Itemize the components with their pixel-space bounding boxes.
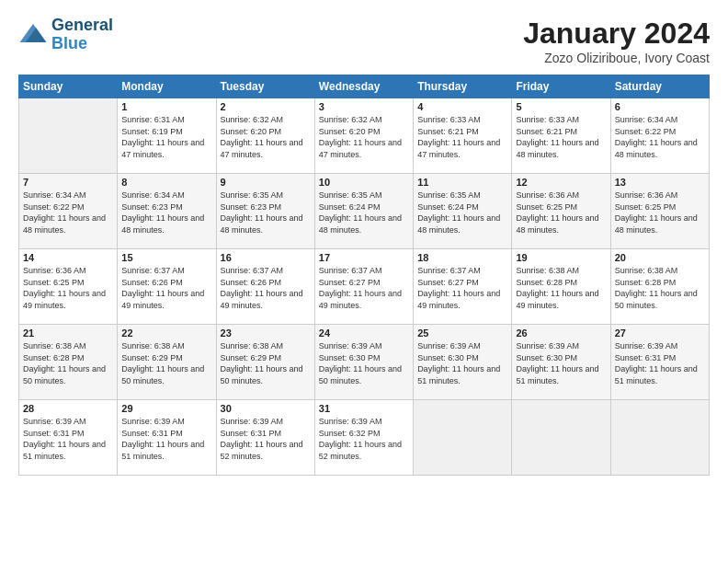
day-number: 3 [319, 101, 409, 112]
day-header-monday: Monday [118, 75, 216, 98]
calendar-cell: 16Sunrise: 6:37 AMSunset: 6:26 PMDayligh… [216, 249, 314, 325]
week-row-4: 21Sunrise: 6:38 AMSunset: 6:28 PMDayligh… [19, 325, 710, 400]
calendar-cell: 18Sunrise: 6:37 AMSunset: 6:27 PMDayligh… [414, 249, 512, 325]
day-number: 13 [615, 177, 705, 188]
logo-text: General Blue [51, 17, 113, 53]
cell-info: Sunrise: 6:31 AMSunset: 6:19 PMDaylight:… [121, 114, 211, 160]
calendar-cell: 6Sunrise: 6:34 AMSunset: 6:22 PMDaylight… [610, 98, 709, 174]
day-number: 9 [221, 177, 311, 188]
cell-info: Sunrise: 6:36 AMSunset: 6:25 PMDaylight:… [23, 265, 113, 311]
calendar-cell: 5Sunrise: 6:33 AMSunset: 6:21 PMDaylight… [512, 98, 610, 174]
day-header-tuesday: Tuesday [216, 75, 314, 98]
calendar-cell: 23Sunrise: 6:38 AMSunset: 6:29 PMDayligh… [216, 325, 314, 400]
cell-info: Sunrise: 6:39 AMSunset: 6:30 PMDaylight:… [417, 340, 507, 386]
calendar-cell: 27Sunrise: 6:39 AMSunset: 6:31 PMDayligh… [610, 325, 709, 400]
calendar-cell: 2Sunrise: 6:32 AMSunset: 6:20 PMDaylight… [216, 98, 314, 174]
day-header-friday: Friday [512, 75, 610, 98]
day-number: 19 [516, 252, 606, 263]
cell-info: Sunrise: 6:38 AMSunset: 6:28 PMDaylight:… [23, 340, 113, 386]
cell-info: Sunrise: 6:32 AMSunset: 6:20 PMDaylight:… [319, 114, 409, 160]
day-header-wednesday: Wednesday [314, 75, 413, 98]
main-title: January 2024 [523, 17, 710, 51]
day-number: 6 [615, 101, 705, 112]
day-number: 26 [516, 327, 606, 339]
cell-info: Sunrise: 6:33 AMSunset: 6:21 PMDaylight:… [516, 114, 606, 160]
calendar-body: 1Sunrise: 6:31 AMSunset: 6:19 PMDaylight… [19, 98, 710, 476]
calendar-cell: 12Sunrise: 6:36 AMSunset: 6:25 PMDayligh… [512, 174, 610, 249]
logo-line2: Blue [51, 35, 113, 53]
cell-info: Sunrise: 6:32 AMSunset: 6:20 PMDaylight:… [221, 114, 311, 160]
cell-info: Sunrise: 6:39 AMSunset: 6:31 PMDaylight:… [121, 416, 211, 462]
week-row-2: 7Sunrise: 6:34 AMSunset: 6:22 PMDaylight… [19, 174, 710, 249]
logo: General Blue [18, 17, 113, 53]
calendar-header-row: SundayMondayTuesdayWednesdayThursdayFrid… [19, 75, 710, 98]
calendar-cell: 29Sunrise: 6:39 AMSunset: 6:31 PMDayligh… [118, 400, 216, 476]
calendar-cell: 22Sunrise: 6:38 AMSunset: 6:29 PMDayligh… [118, 325, 216, 400]
week-row-3: 14Sunrise: 6:36 AMSunset: 6:25 PMDayligh… [19, 249, 710, 325]
calendar-cell: 15Sunrise: 6:37 AMSunset: 6:26 PMDayligh… [118, 249, 216, 325]
day-number: 22 [121, 327, 211, 339]
cell-info: Sunrise: 6:38 AMSunset: 6:28 PMDaylight:… [516, 265, 606, 311]
cell-info: Sunrise: 6:39 AMSunset: 6:31 PMDaylight:… [221, 416, 311, 462]
day-number: 18 [417, 252, 507, 263]
calendar-cell: 25Sunrise: 6:39 AMSunset: 6:30 PMDayligh… [414, 325, 512, 400]
week-row-5: 28Sunrise: 6:39 AMSunset: 6:31 PMDayligh… [19, 400, 710, 476]
cell-info: Sunrise: 6:35 AMSunset: 6:24 PMDaylight:… [319, 190, 409, 236]
cell-info: Sunrise: 6:39 AMSunset: 6:30 PMDaylight:… [319, 340, 409, 386]
calendar-cell: 21Sunrise: 6:38 AMSunset: 6:28 PMDayligh… [19, 325, 118, 400]
calendar-cell: 3Sunrise: 6:32 AMSunset: 6:20 PMDaylight… [314, 98, 413, 174]
cell-info: Sunrise: 6:33 AMSunset: 6:21 PMDaylight:… [417, 114, 507, 160]
cell-info: Sunrise: 6:38 AMSunset: 6:29 PMDaylight:… [221, 340, 311, 386]
calendar-cell: 8Sunrise: 6:34 AMSunset: 6:23 PMDaylight… [118, 174, 216, 249]
cell-info: Sunrise: 6:39 AMSunset: 6:31 PMDaylight:… [615, 340, 705, 386]
cell-info: Sunrise: 6:34 AMSunset: 6:23 PMDaylight:… [121, 190, 211, 236]
calendar-cell: 31Sunrise: 6:39 AMSunset: 6:32 PMDayligh… [314, 400, 413, 476]
calendar-cell: 30Sunrise: 6:39 AMSunset: 6:31 PMDayligh… [216, 400, 314, 476]
calendar-table: SundayMondayTuesdayWednesdayThursdayFrid… [18, 75, 710, 476]
title-block: January 2024 Zozo Oliziriboue, Ivory Coa… [523, 17, 710, 65]
day-number: 7 [23, 177, 113, 188]
day-number: 14 [23, 252, 113, 263]
calendar-cell [414, 400, 512, 476]
calendar-cell [610, 400, 709, 476]
cell-info: Sunrise: 6:39 AMSunset: 6:32 PMDaylight:… [319, 416, 409, 462]
calendar-cell: 1Sunrise: 6:31 AMSunset: 6:19 PMDaylight… [118, 98, 216, 174]
cell-info: Sunrise: 6:37 AMSunset: 6:27 PMDaylight:… [319, 265, 409, 311]
cell-info: Sunrise: 6:35 AMSunset: 6:24 PMDaylight:… [417, 190, 507, 236]
day-number: 20 [615, 252, 705, 263]
day-number: 21 [23, 327, 113, 339]
calendar-cell: 20Sunrise: 6:38 AMSunset: 6:28 PMDayligh… [610, 249, 709, 325]
calendar-cell: 26Sunrise: 6:39 AMSunset: 6:30 PMDayligh… [512, 325, 610, 400]
day-number: 23 [221, 327, 311, 339]
week-row-1: 1Sunrise: 6:31 AMSunset: 6:19 PMDaylight… [19, 98, 710, 174]
calendar-cell [512, 400, 610, 476]
day-number: 5 [516, 101, 606, 112]
day-number: 11 [417, 177, 507, 188]
calendar-cell: 11Sunrise: 6:35 AMSunset: 6:24 PMDayligh… [414, 174, 512, 249]
calendar-cell: 13Sunrise: 6:36 AMSunset: 6:25 PMDayligh… [610, 174, 709, 249]
page: General Blue January 2024 Zozo Oliziribo… [0, 0, 728, 563]
logo-line1: General [51, 17, 113, 35]
cell-info: Sunrise: 6:37 AMSunset: 6:27 PMDaylight:… [417, 265, 507, 311]
day-header-thursday: Thursday [414, 75, 512, 98]
calendar-cell: 28Sunrise: 6:39 AMSunset: 6:31 PMDayligh… [19, 400, 118, 476]
day-number: 25 [417, 327, 507, 339]
cell-info: Sunrise: 6:37 AMSunset: 6:26 PMDaylight:… [121, 265, 211, 311]
day-header-saturday: Saturday [610, 75, 709, 98]
day-number: 1 [121, 101, 211, 112]
day-number: 8 [121, 177, 211, 188]
cell-info: Sunrise: 6:34 AMSunset: 6:22 PMDaylight:… [615, 114, 705, 160]
calendar-cell: 14Sunrise: 6:36 AMSunset: 6:25 PMDayligh… [19, 249, 118, 325]
cell-info: Sunrise: 6:38 AMSunset: 6:29 PMDaylight:… [121, 340, 211, 386]
cell-info: Sunrise: 6:36 AMSunset: 6:25 PMDaylight:… [615, 190, 705, 236]
logo-icon [18, 20, 48, 50]
cell-info: Sunrise: 6:34 AMSunset: 6:22 PMDaylight:… [23, 190, 113, 236]
subtitle: Zozo Oliziriboue, Ivory Coast [523, 51, 710, 65]
cell-info: Sunrise: 6:35 AMSunset: 6:23 PMDaylight:… [221, 190, 311, 236]
day-number: 12 [516, 177, 606, 188]
cell-info: Sunrise: 6:39 AMSunset: 6:31 PMDaylight:… [23, 416, 113, 462]
calendar-cell: 7Sunrise: 6:34 AMSunset: 6:22 PMDaylight… [19, 174, 118, 249]
calendar-cell: 4Sunrise: 6:33 AMSunset: 6:21 PMDaylight… [414, 98, 512, 174]
cell-info: Sunrise: 6:36 AMSunset: 6:25 PMDaylight:… [516, 190, 606, 236]
calendar-cell [19, 98, 118, 174]
